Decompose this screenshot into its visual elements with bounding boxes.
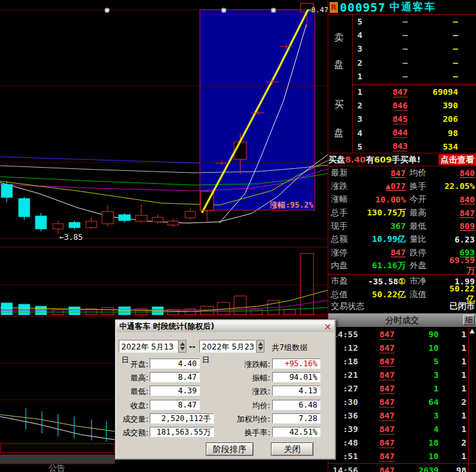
spinner-down-icon[interactable] bbox=[258, 347, 263, 350]
quote-label: 最低 bbox=[406, 221, 443, 232]
quote-label: 换手 bbox=[406, 181, 443, 192]
level-price: 845 bbox=[366, 114, 408, 124]
tick-price: 847 bbox=[371, 370, 403, 380]
tick-scrollbar[interactable] bbox=[468, 328, 469, 472]
price-value: 845 bbox=[393, 115, 408, 124]
buy-level-row[interactable]: 3845206 bbox=[352, 112, 476, 126]
tick-count: 98 bbox=[439, 466, 476, 472]
buy-level-row[interactable]: 184769094 bbox=[352, 85, 476, 99]
buy-level-row[interactable]: 2846390 bbox=[352, 99, 476, 112]
level-volume: — bbox=[408, 58, 458, 68]
tick-count: 1 bbox=[439, 451, 476, 461]
order-book-side-char: 盘 bbox=[334, 127, 344, 139]
group-count-label: 共7组数据 bbox=[272, 342, 308, 353]
stat-field-value: 4.40 bbox=[150, 359, 200, 369]
level-number: 2 bbox=[357, 58, 366, 68]
quote-value: -35.58① bbox=[363, 277, 406, 286]
candle bbox=[69, 222, 80, 228]
buy-level-row[interactable]: 484498 bbox=[352, 126, 476, 140]
detail-button[interactable]: 细 bbox=[463, 315, 475, 325]
level-number: 1 bbox=[357, 72, 366, 81]
quote-value: 809 bbox=[443, 221, 476, 231]
date-to-field[interactable]: 2022年 5月23日 bbox=[199, 340, 256, 353]
stat-field-value: 42.51% bbox=[272, 427, 321, 437]
price-value: 843 bbox=[393, 142, 408, 152]
level-price: 844 bbox=[366, 128, 408, 138]
tick-row: :12847101 bbox=[328, 341, 476, 355]
tick-list-header: 分时成交 细 bbox=[328, 313, 476, 327]
volume-bar bbox=[119, 307, 130, 315]
sell-level-row[interactable]: 4—— bbox=[352, 28, 476, 42]
candle bbox=[19, 199, 30, 217]
tick-count: 1 bbox=[439, 343, 476, 353]
stage-sort-button[interactable]: 阶段排序 bbox=[206, 442, 253, 456]
indicator-frame bbox=[1, 444, 114, 453]
quote-value: 10.00% bbox=[363, 195, 406, 204]
tab-announcement[interactable]: 公告 bbox=[48, 463, 65, 472]
quote-panel: R 000957 中通客车 卖盘买盘 5——4——3——2——1—— 18476… bbox=[328, 0, 476, 472]
scroll-up-icon[interactable] bbox=[470, 329, 475, 333]
tick-list-title: 分时成交 bbox=[386, 315, 419, 326]
peak-price-label: ←8.47 bbox=[307, 6, 328, 14]
level-number: 2 bbox=[357, 101, 366, 110]
date-from-spinner[interactable] bbox=[178, 340, 186, 353]
spinner-up-icon[interactable] bbox=[258, 342, 263, 346]
tick-count: 1 bbox=[439, 384, 476, 393]
candle bbox=[35, 216, 46, 229]
buy-levels: 184769094284639038452064844985843534 bbox=[352, 84, 476, 153]
quote-value-text: 130.75万 bbox=[367, 208, 406, 217]
quote-label: 今开 bbox=[406, 193, 443, 205]
quote-value-text: 69.59万 bbox=[450, 255, 475, 275]
buy-level-row[interactable]: 5843534 bbox=[352, 140, 476, 153]
sell-level-row[interactable]: 3—— bbox=[352, 42, 476, 55]
date-to-spinner[interactable] bbox=[256, 340, 264, 353]
tick-price-value: 847 bbox=[379, 384, 394, 394]
level-volume: 206 bbox=[408, 114, 458, 124]
tick-price-value: 847 bbox=[379, 371, 394, 380]
level-number: 5 bbox=[357, 17, 366, 26]
stat-field-label: 均价: bbox=[224, 400, 270, 411]
level-volume: 69094 bbox=[408, 87, 458, 97]
quote-value: 840 bbox=[443, 168, 476, 178]
r-badge: R bbox=[330, 2, 338, 13]
tick-price: 847 bbox=[371, 451, 403, 462]
date-from-field[interactable]: 2022年 5月13日 bbox=[119, 340, 178, 353]
dialog-title: 中通客车 时段统计(除权后) bbox=[119, 321, 214, 332]
valuation-rows: 市盈-35.58①市净1.99总值50.22亿流值50.22亿 bbox=[328, 275, 476, 301]
level-volume: — bbox=[408, 30, 458, 40]
star-marker bbox=[104, 8, 110, 13]
stat-field-label: 加权均价: bbox=[224, 414, 270, 425]
quote-value: 69.59万 bbox=[443, 255, 476, 277]
quote-value: 847 bbox=[443, 208, 476, 218]
quote-row: 内盘61.16万外盘69.59万 bbox=[328, 259, 476, 273]
sell-level-row[interactable]: 5—— bbox=[352, 15, 476, 28]
tick-row: :1884751 bbox=[328, 355, 476, 368]
candle bbox=[119, 215, 130, 221]
spinner-up-icon[interactable] bbox=[180, 342, 185, 346]
stat-field-value: 4.13 bbox=[272, 386, 321, 396]
tick-count: 2 bbox=[439, 397, 476, 407]
quote-value-text: 50.22亿 bbox=[372, 290, 406, 299]
star-marker bbox=[271, 8, 276, 13]
order-book-side-char: 盘 bbox=[334, 59, 344, 71]
stat-field-value: 2,520,112手 bbox=[150, 413, 214, 424]
volume-bar bbox=[19, 304, 30, 315]
dialog-title-bar[interactable]: 中通客车 时段统计(除权后) ✕ bbox=[117, 321, 334, 332]
volume-bar bbox=[35, 306, 46, 315]
period-stats-dialog: 中通客车 时段统计(除权后) ✕ 2022年 5月13日 -- 2022年 5月… bbox=[115, 319, 336, 460]
click-to-view-button[interactable]: 点击查看 bbox=[439, 154, 476, 165]
quote-value-text: 367 bbox=[391, 221, 406, 231]
volume-bar bbox=[102, 308, 114, 315]
sell-level-row[interactable]: 1—— bbox=[352, 70, 476, 83]
candle bbox=[168, 221, 179, 225]
star-marker bbox=[221, 8, 226, 13]
close-icon[interactable]: ✕ bbox=[324, 322, 332, 332]
volume-bar bbox=[251, 310, 263, 315]
tick-row: :51847101 bbox=[328, 449, 476, 463]
close-button[interactable]: 关闭 bbox=[271, 442, 313, 456]
candle bbox=[86, 221, 97, 228]
quote-label: 流值 bbox=[406, 289, 443, 300]
sell-level-row[interactable]: 2—— bbox=[352, 56, 476, 70]
stat-field-value: 6.48 bbox=[272, 400, 321, 410]
spinner-down-icon[interactable] bbox=[180, 347, 185, 350]
